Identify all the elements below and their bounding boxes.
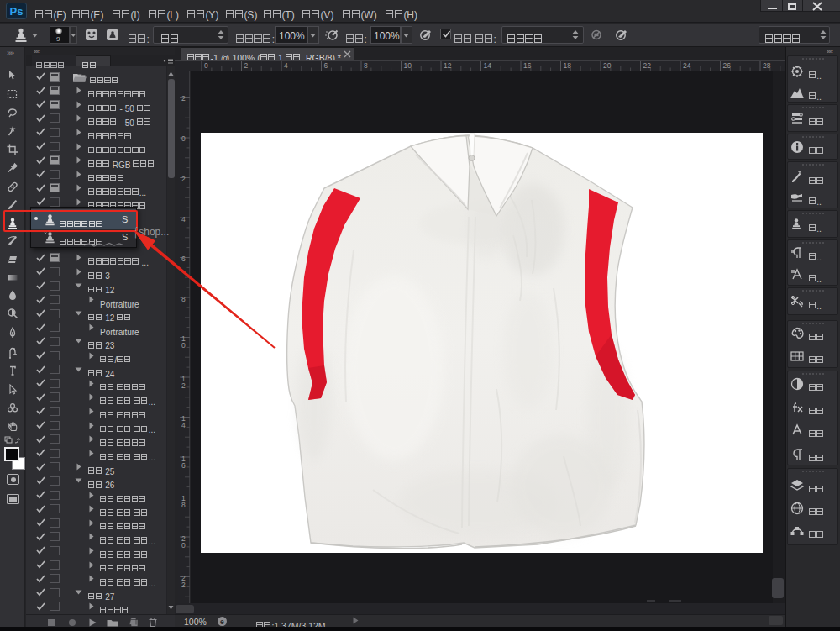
svg-text:24: 24: [683, 61, 691, 70]
svg-text:0: 0: [181, 134, 186, 143]
svg-text:2: 2: [244, 61, 249, 70]
svg-text:10: 10: [404, 61, 412, 70]
svg-text:14: 14: [484, 61, 492, 70]
svg-text:8: 8: [181, 501, 186, 509]
svg-text:2: 2: [181, 94, 186, 103]
svg-text:28: 28: [763, 61, 771, 70]
svg-text:20: 20: [603, 61, 612, 70]
svg-text:8: 8: [364, 61, 368, 70]
svg-text:6: 6: [324, 61, 328, 70]
svg-text:4: 4: [284, 61, 288, 70]
svg-text:0: 0: [181, 341, 186, 350]
svg-text:2: 2: [181, 175, 186, 183]
svg-text:0: 0: [204, 61, 208, 70]
svg-text:16: 16: [523, 61, 532, 70]
svg-text:8: 8: [181, 295, 186, 303]
svg-text:2: 2: [181, 581, 186, 589]
svg-text:22: 22: [643, 61, 652, 70]
svg-text:2: 2: [181, 381, 186, 390]
svg-text:18: 18: [564, 61, 572, 70]
svg-text:4: 4: [181, 215, 186, 223]
svg-text:4: 4: [181, 421, 186, 429]
svg-text:6: 6: [181, 255, 186, 263]
svg-text:12: 12: [444, 61, 452, 70]
svg-text:6: 6: [181, 461, 186, 470]
svg-text:0: 0: [181, 541, 186, 549]
svg-text:26: 26: [723, 61, 732, 70]
